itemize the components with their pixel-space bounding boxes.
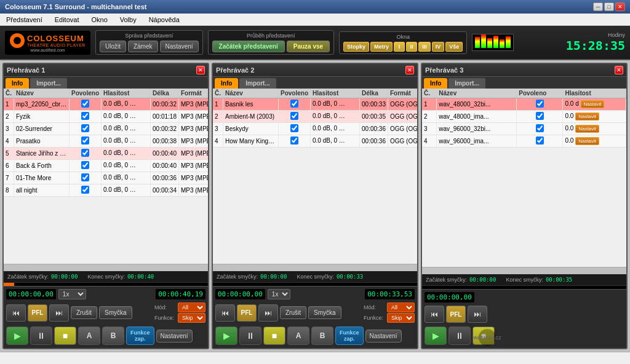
pauza-vse-button[interactable]: Pauza vse xyxy=(287,41,330,52)
metry-button[interactable]: Metry xyxy=(370,42,393,52)
table-row[interactable]: 4Prasatko0.0 dB, 0 Nastavit00:00:38MP3 (… xyxy=(4,135,208,148)
window-2-button[interactable]: II xyxy=(406,42,417,52)
track-enabled[interactable] xyxy=(517,111,563,123)
table-row[interactable]: 5Stanice Jiřího z Poděbrad0.0 dB, 0 Nast… xyxy=(4,148,208,160)
player-1-speed[interactable]: 1x2x0.5x xyxy=(58,289,86,299)
player-1-a[interactable]: A xyxy=(78,326,100,345)
player-2-tab-info[interactable]: Info xyxy=(215,78,238,89)
track-enabled[interactable] xyxy=(279,111,311,123)
nastavit-button[interactable]: Nastavit xyxy=(575,137,599,145)
player-3-tab-info[interactable]: Info xyxy=(424,78,447,89)
player-2-funkce-select[interactable]: SkipRepeat xyxy=(387,313,415,323)
zamek-button[interactable]: Zámek xyxy=(128,41,158,52)
player-1-scrollbar-h[interactable] xyxy=(4,264,208,271)
track-enabled[interactable] xyxy=(70,123,102,135)
player-2-tab-import[interactable]: Import... xyxy=(239,78,276,89)
ulozit-button[interactable]: Uložit xyxy=(100,41,126,52)
player-3-prev[interactable]: ⏮ xyxy=(425,306,444,323)
maximize-button[interactable]: □ xyxy=(604,2,614,11)
menu-predstaveni[interactable]: Představení xyxy=(2,15,46,25)
player-1-pfl[interactable]: PFL xyxy=(28,304,47,322)
player-1-smycka[interactable]: Smyčka xyxy=(99,306,132,319)
table-row[interactable]: 302-Surrender0.0 dB, 0 Nastavit00:00:32M… xyxy=(4,123,208,135)
player-1-funkce-zap[interactable]: Funkcezap. xyxy=(126,326,154,345)
player-2-stop[interactable]: ■ xyxy=(263,326,285,345)
track-enabled[interactable] xyxy=(70,160,102,172)
track-enabled[interactable] xyxy=(70,172,102,184)
player-2-pause[interactable]: ⏸ xyxy=(239,326,261,345)
table-row[interactable]: 4wav_96000_ima...0.0 Nastavit xyxy=(422,135,626,148)
table-row[interactable]: 2wav_48000_ima...0.0 Nastavit xyxy=(422,111,626,123)
table-row[interactable]: 1wav_48000_32bi...0.0 d Nastavit xyxy=(422,98,626,111)
track-enabled[interactable] xyxy=(517,123,563,135)
table-row[interactable]: 1Basnik les0.0 dB, 0 Nastavit00:00:33OGG… xyxy=(213,98,417,111)
track-enabled[interactable] xyxy=(279,123,311,135)
player-2-play[interactable]: ▶ xyxy=(215,326,237,345)
player-2-smycka[interactable]: Smyčka xyxy=(308,306,341,319)
nastavit-button[interactable]: Nastavit xyxy=(575,125,599,133)
track-enabled[interactable] xyxy=(279,135,311,148)
minimize-button[interactable]: ─ xyxy=(593,2,603,11)
track-enabled[interactable] xyxy=(279,98,311,111)
table-row[interactable]: 1mp3_22050_cbr_64kbps0.0 dB, 0 Nastavit0… xyxy=(4,98,208,111)
player-1-next[interactable]: ⏭ xyxy=(49,304,69,322)
track-enabled[interactable] xyxy=(70,98,102,111)
menu-napoveda[interactable]: Nápověda xyxy=(145,15,183,25)
player-3-close[interactable]: ✕ xyxy=(615,66,623,74)
window-1-button[interactable]: I xyxy=(394,42,405,52)
nastaveni-header-button[interactable]: Nastavení xyxy=(160,41,199,52)
player-1-tab-import[interactable]: Import... xyxy=(30,78,66,89)
vse-button[interactable]: Vše xyxy=(445,42,463,52)
player-1-play[interactable]: ▶ xyxy=(6,326,28,345)
stopky-button[interactable]: Stopky xyxy=(343,42,369,52)
player-1-stop[interactable]: ■ xyxy=(54,326,76,345)
menu-okno[interactable]: Okno xyxy=(87,15,111,25)
player-3-tab-import[interactable]: Import... xyxy=(449,78,485,89)
player-1-tab-info[interactable]: Info xyxy=(6,78,29,89)
player-2-next[interactable]: ⏭ xyxy=(258,304,278,322)
player-3-pause[interactable]: ⏸ xyxy=(449,326,471,345)
table-row[interactable]: 2Ambient-M (2003)0.0 dB, 0 Nastavit00:00… xyxy=(213,111,417,123)
table-row[interactable]: 6Back & Forth0.0 dB, 0 Nastavit00:00:40M… xyxy=(4,160,208,172)
player-2-b[interactable]: B xyxy=(311,326,333,345)
zacatek-predstaveni-button[interactable]: Začátek představení xyxy=(212,41,285,52)
player-3-play[interactable]: ▶ xyxy=(425,326,447,345)
table-row[interactable]: 8all night0.0 dB, 0 Nastavit00:00:34MP3 … xyxy=(4,184,208,197)
table-row[interactable]: 2Fyzik0.0 dB, 0 Nastavit00:01:18MP3 (MPE… xyxy=(4,111,208,123)
nastavit-button[interactable]: Nastavit xyxy=(575,113,599,121)
table-row[interactable]: 4How Many Kings (Bonus)0.0 dB, 0 Nastavi… xyxy=(213,135,417,148)
nastavit-button[interactable]: Nastavit xyxy=(581,100,605,108)
window-3-button[interactable]: III xyxy=(418,42,431,52)
player-1-close[interactable]: ✕ xyxy=(196,66,205,74)
track-enabled[interactable] xyxy=(70,135,102,148)
player-3-pfl[interactable]: PFL xyxy=(446,306,466,323)
player-1-nastaveni[interactable]: Nastavení xyxy=(156,330,193,342)
player-2-nastaveni[interactable]: Nastavení xyxy=(365,330,402,342)
player-1-modus-select[interactable]: AllSingle xyxy=(178,303,205,312)
player-2-pfl[interactable]: PFL xyxy=(237,304,257,322)
menu-editovat[interactable]: Editovat xyxy=(51,15,83,25)
table-row[interactable]: 3Beskydy0.0 dB, 0 Nastavit00:00:36OGG (O… xyxy=(213,123,417,135)
player-1-b[interactable]: B xyxy=(102,326,124,345)
player-2-speed[interactable]: 1x2x xyxy=(268,289,290,299)
player-2-modus-select[interactable]: AllSingle xyxy=(387,303,415,312)
close-button[interactable]: ✕ xyxy=(615,2,625,11)
player-2-scrollbar-h[interactable] xyxy=(213,264,417,271)
track-enabled[interactable] xyxy=(517,135,563,148)
track-enabled[interactable] xyxy=(70,111,102,123)
player-2-prev[interactable]: ⏮ xyxy=(215,304,235,322)
player-1-funkce-select[interactable]: SkipRepeat xyxy=(178,313,205,323)
player-2-funkce-zap[interactable]: Funkcezap. xyxy=(335,326,364,345)
player-3-scrollbar-h[interactable] xyxy=(422,267,626,274)
player-2-close[interactable]: ✕ xyxy=(405,66,414,74)
menu-volby[interactable]: Volby xyxy=(116,15,140,25)
track-enabled[interactable] xyxy=(70,148,102,160)
table-row[interactable]: 3wav_96000_32bi...0.0 Nastavit xyxy=(422,123,626,135)
player-2-a[interactable]: A xyxy=(287,326,309,345)
track-enabled[interactable] xyxy=(517,98,563,111)
table-row[interactable]: 701-The More0.0 dB, 0 Nastavit00:00:36MP… xyxy=(4,172,208,184)
player-3-next[interactable]: ⏭ xyxy=(468,306,487,323)
window-4-button[interactable]: IV xyxy=(432,42,445,52)
track-enabled[interactable] xyxy=(70,184,102,197)
player-1-zrusit[interactable]: Zrušit xyxy=(71,306,97,319)
